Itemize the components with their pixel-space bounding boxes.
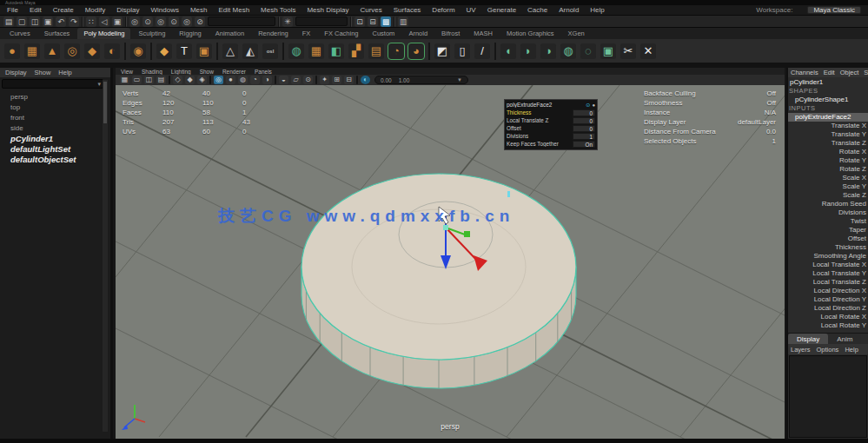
select-hierarchy-icon[interactable]: ∷ [86, 17, 96, 27]
menu-item[interactable]: Modify [85, 6, 106, 14]
poly-plane-icon[interactable]: ◆ [84, 43, 100, 59]
menu-item[interactable]: UV [467, 6, 476, 14]
pin-icon[interactable]: ● [592, 102, 595, 108]
shelf-icon[interactable] [124, 43, 126, 60]
outliner-item[interactable]: front [0, 113, 110, 123]
shelf-tab[interactable]: Arnold [402, 28, 434, 39]
channel-box-row[interactable]: Rotate X [788, 148, 868, 156]
shelf-tab[interactable]: Curves [3, 28, 36, 39]
menu-item[interactable]: Display [116, 6, 139, 14]
multi-cut-icon[interactable]: / [474, 43, 490, 59]
layer-editor-menu-item[interactable]: Options [817, 346, 839, 354]
delete-edge-icon[interactable]: ✕ [640, 43, 656, 59]
svg-tool-icon[interactable]: ▣ [196, 43, 212, 59]
save-scene-icon[interactable]: ▣ [43, 17, 53, 27]
menu-item[interactable]: Generate [487, 6, 516, 14]
channel-box-row[interactable]: Local Translate Z [788, 278, 868, 287]
outliner-scrollbar[interactable] [103, 80, 108, 432]
channel-box-row[interactable]: Offset [788, 235, 868, 243]
type-tool-icon[interactable]: T [176, 43, 192, 59]
input-line-field[interactable] [295, 17, 348, 26]
render-settings-icon[interactable]: ▩ [381, 17, 391, 27]
menu-item[interactable]: Edit [30, 6, 42, 14]
grid-toggle-icon[interactable]: ▦ [120, 76, 129, 84]
in-view-editor-value[interactable]: On [573, 141, 595, 148]
in-view-editor-value[interactable]: 0 [573, 117, 595, 124]
viewport-menu-item[interactable]: Renderer [222, 69, 246, 75]
outliner-item[interactable]: pCylinder1 [0, 134, 110, 144]
cut-tool-icon[interactable]: ✂ [620, 43, 636, 59]
menu-item[interactable]: Windows [151, 6, 179, 14]
isolate-select-icon[interactable]: ✦ [320, 76, 329, 84]
layer-list[interactable] [789, 355, 867, 438]
channel-box-row[interactable]: Twist [788, 217, 868, 226]
open-scene-icon[interactable]: ◫ [30, 17, 40, 27]
shelf-tab[interactable]: Animation [209, 28, 250, 39]
channel-box-menu-item[interactable]: Object [840, 69, 859, 76]
channel-box-row[interactable]: Taper [788, 226, 868, 235]
status-icon[interactable] [82, 17, 83, 27]
channel-box-row[interactable]: Local Rotate Z [788, 330, 868, 331]
outliner-search-input[interactable]: ▾ [2, 79, 103, 89]
poly-cone-icon[interactable]: ▲ [44, 43, 60, 59]
select-component-icon[interactable]: ▣ [112, 17, 123, 27]
smooth-mesh-icon[interactable]: ◍ [288, 43, 304, 59]
outliner-item[interactable]: top [0, 102, 110, 113]
menu-item[interactable]: Cache [527, 6, 547, 14]
make-live-icon[interactable]: ⊘ [195, 17, 205, 27]
channel-box-row[interactable]: Local Direction Z [788, 304, 868, 313]
textured-icon[interactable]: ◈ [197, 76, 207, 84]
mirror-icon[interactable]: ◩ [434, 43, 450, 59]
undo-icon[interactable]: ↶ [56, 17, 66, 27]
isolate-off-icon[interactable]: ◕ [408, 43, 424, 59]
poly-torus-icon[interactable]: ◎ [64, 43, 80, 59]
menu-grid-icon[interactable]: ▤ [3, 17, 14, 27]
channel-box-row[interactable]: Random Seed [788, 200, 868, 208]
snap-grid-icon[interactable]: ◎ [129, 17, 140, 27]
menu-item[interactable]: Create [53, 6, 74, 14]
help-icon[interactable]: ⊙ [586, 102, 590, 108]
channel-box-menu-item[interactable]: Edit [824, 69, 835, 76]
shelf-tab[interactable]: Custom [367, 28, 401, 39]
shelf-icon[interactable] [282, 43, 284, 60]
use-default-material-icon[interactable]: ◎ [214, 76, 223, 84]
viewport-menu-item[interactable]: Show [200, 69, 214, 75]
menu-item[interactable]: Edit Mesh [219, 6, 250, 14]
shaded-icon[interactable]: ◆ [185, 76, 195, 84]
channel-box-row[interactable]: Translate X [788, 122, 868, 130]
gate-mask-icon[interactable]: ▤ [156, 76, 166, 84]
outliner-item[interactable]: defaultLightSet [0, 144, 110, 155]
channel-box-row[interactable]: Translate Y [788, 130, 868, 139]
sweep-mesh-icon[interactable]: ◭ [242, 43, 258, 59]
poly-cube-icon[interactable]: ▦ [24, 43, 40, 59]
viewport-menu-item[interactable]: View [121, 69, 133, 75]
motion-blur-icon[interactable]: ◔ [250, 76, 260, 84]
selection-mask-field[interactable] [208, 17, 275, 26]
layer-editor-tab[interactable]: Display [788, 334, 828, 344]
viewport-panel[interactable]: ViewShadingLightingShowRendererPanels ▦▭… [116, 68, 785, 439]
menu-item[interactable]: File [7, 6, 18, 14]
channel-box-row[interactable]: pCylinderShape1 [788, 96, 868, 104]
lights-icon[interactable]: ◒ [279, 76, 288, 84]
wireframe-icon[interactable]: ◇ [173, 76, 182, 84]
subdiv-icon[interactable]: ▦ [308, 43, 324, 59]
channel-box-row[interactable]: Smoothing Angle [788, 252, 868, 261]
status-icon[interactable] [125, 17, 127, 27]
shelf-tab[interactable]: Bifrost [435, 28, 466, 39]
layer-editor-menu-item[interactable]: Layers [791, 346, 811, 354]
outliner-menu-item[interactable]: Display [5, 69, 27, 76]
zoom-in-icon[interactable]: ⊞ [332, 76, 341, 84]
in-view-editor-value[interactable]: 1 [573, 133, 595, 140]
shelf-icon[interactable] [494, 43, 496, 60]
shelf-tab[interactable]: Surfaces [38, 28, 76, 39]
status-icon[interactable] [394, 17, 395, 27]
outliner-item[interactable]: persp [0, 92, 110, 102]
channel-box-row[interactable]: Scale Z [788, 191, 868, 200]
ambient-occlusion-icon[interactable]: ◍ [238, 76, 248, 84]
outliner-item[interactable]: side [0, 123, 110, 134]
channel-box-row[interactable]: Local Direction X [788, 287, 868, 295]
shelf-icon[interactable] [428, 43, 430, 60]
sphere-primitive-icon[interactable]: ◉ [130, 43, 146, 59]
snap-point-icon[interactable]: ◎ [156, 17, 166, 27]
spin-edge-icon[interactable]: ▞ [348, 43, 364, 59]
